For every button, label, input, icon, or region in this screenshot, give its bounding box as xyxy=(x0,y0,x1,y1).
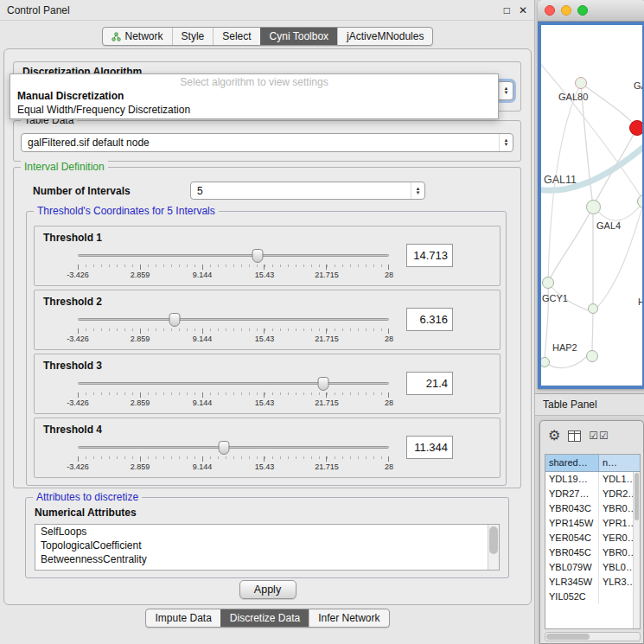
list-item-topologicalcoefficient[interactable]: TopologicalCoefficient xyxy=(35,539,499,552)
threshold-4-slider[interactable] xyxy=(78,441,389,455)
slider-track[interactable] xyxy=(78,254,389,257)
table-row[interactable]: YBR045CYBR0… xyxy=(545,545,640,560)
threshold-2-slider[interactable] xyxy=(78,313,389,327)
tab-impute-data[interactable]: Impute Data xyxy=(146,609,220,627)
slider-track[interactable] xyxy=(78,382,389,385)
cell-shared-name[interactable]: YDR27… xyxy=(545,487,599,501)
select-columns-icon[interactable]: ☑☑ xyxy=(589,430,609,442)
slider-thumb[interactable] xyxy=(169,313,180,327)
tab-network[interactable]: Network xyxy=(103,28,172,45)
network-node-gcy1[interactable] xyxy=(542,277,554,289)
tab-impute-data-label: Impute Data xyxy=(155,612,211,624)
number-of-intervals-label: Number of Intervals xyxy=(33,185,131,197)
threshold-3-value-field[interactable]: 21.4 xyxy=(406,372,453,395)
number-of-intervals-combobox[interactable]: 5 ▲▼ xyxy=(190,182,425,200)
close-panel-icon[interactable]: ✕ xyxy=(519,4,527,16)
slider-track[interactable] xyxy=(78,446,389,449)
network-node-label: GCY1 xyxy=(542,293,568,303)
tab-discretize-data-label: Discretize Data xyxy=(230,612,300,624)
network-node-gal4[interactable] xyxy=(586,200,601,214)
cell-shared-name[interactable]: YLR345W xyxy=(545,575,599,590)
network-canvas[interactable]: GAL80 GA GAL11 GAL4 GCY1 H HAP2 xyxy=(541,25,642,386)
minimize-traffic-light-icon[interactable] xyxy=(561,5,571,16)
cell-shared-name[interactable]: YBL079W xyxy=(545,560,599,575)
table-row[interactable]: YDL19…YDL1… xyxy=(545,472,640,487)
slider-thumb[interactable] xyxy=(252,249,263,263)
scale-tick-label: 15.43 xyxy=(255,271,275,279)
attributes-group-title: Attributes to discretize xyxy=(33,491,142,503)
combo-stepper-icon: ▲▼ xyxy=(499,134,513,151)
network-node-gal80[interactable] xyxy=(575,77,587,89)
cell-shared-name[interactable]: YIL052C xyxy=(545,590,599,604)
network-node-highlighted[interactable] xyxy=(629,120,642,136)
threshold-3-panel: Threshold 3 -3.426 2.859 9.144 15.43 21.… xyxy=(34,354,501,414)
cell-shared-name[interactable]: YBR043C xyxy=(545,501,599,516)
table-row[interactable]: YBR043CYBR0… xyxy=(545,501,640,516)
table-row[interactable]: YBL079WYBL0… xyxy=(545,560,640,575)
attributes-listbox[interactable]: SelfLoops TopologicalCoefficient Between… xyxy=(35,524,500,571)
list-item-selfloops[interactable]: SelfLoops xyxy=(35,525,499,539)
tab-cyni-toolbox[interactable]: Cyni Toolbox xyxy=(260,28,337,45)
table-header-row: shared… n… xyxy=(545,455,640,472)
table-row[interactable]: YER054CYER0… xyxy=(545,531,640,545)
slider-scale: -3.426 2.859 9.144 15.43 21.715 28 xyxy=(78,462,389,471)
cell-shared-name[interactable]: YER054C xyxy=(545,531,599,545)
float-window-icon[interactable]: □ xyxy=(504,4,510,16)
list-scrollbar[interactable] xyxy=(488,525,499,570)
zoom-traffic-light-icon[interactable] xyxy=(577,5,588,16)
control-panel-window: Control Panel □ ✕ Network Sty xyxy=(0,0,535,644)
table-row[interactable]: YDR27…YDR2… xyxy=(545,487,640,501)
apply-button[interactable]: Apply xyxy=(239,580,296,599)
top-tab-group: Network Style Select Cyni Toolbox jActiv… xyxy=(102,27,434,46)
table-panel-header: Table Panel xyxy=(535,393,644,416)
list-item-betweennesscentrality[interactable]: BetweennessCentrality xyxy=(35,552,499,566)
app-root: Control Panel □ ✕ Network Sty xyxy=(0,0,644,644)
scrollbar-thumb[interactable] xyxy=(489,526,498,554)
slider-thumb[interactable] xyxy=(318,377,329,391)
cell-shared-name[interactable]: YBR045C xyxy=(545,545,599,560)
scale-tick-label: -3.426 xyxy=(67,462,89,471)
table-row[interactable]: YPR145WYPR1… xyxy=(545,516,640,531)
cell-shared-name[interactable]: YPR145W xyxy=(545,516,599,531)
threshold-2-value-field[interactable]: 6.316 xyxy=(406,308,453,331)
network-node[interactable] xyxy=(588,303,598,314)
column-header-name[interactable]: n… xyxy=(599,455,640,471)
tab-select[interactable]: Select xyxy=(213,28,259,45)
cell-shared-name[interactable]: YDL19… xyxy=(545,472,599,487)
table-row[interactable]: YIL052C xyxy=(545,590,640,604)
threshold-1-value-field[interactable]: 14.713 xyxy=(406,244,453,267)
table-row[interactable]: YLR345WYLR3… xyxy=(545,575,640,590)
columns-icon[interactable] xyxy=(568,430,581,442)
scale-tick-label: 9.144 xyxy=(193,462,213,471)
threshold-label: Threshold 3 xyxy=(43,360,102,372)
scale-tick-label: 15.43 xyxy=(255,335,275,343)
table-vertical-scrollbar[interactable] xyxy=(633,472,640,628)
tab-discretize-data[interactable]: Discretize Data xyxy=(220,609,309,627)
network-node[interactable] xyxy=(586,350,598,362)
threshold-4-value-field[interactable]: 11.344 xyxy=(406,436,453,459)
threshold-4-panel: Threshold 4 -3.426 2.859 9.144 15.43 21.… xyxy=(34,418,501,478)
slider-track[interactable] xyxy=(78,318,389,321)
table-toolbar: ⚙ ☑☑ xyxy=(540,421,643,450)
close-traffic-light-icon[interactable] xyxy=(545,5,555,16)
threshold-1-slider[interactable] xyxy=(78,249,389,263)
gear-icon[interactable]: ⚙ xyxy=(548,429,560,443)
dropdown-option-manual-discretization[interactable]: Manual Discretization xyxy=(10,89,498,103)
table-data-combobox[interactable]: galFiltered.sif default node ▲▼ xyxy=(21,133,513,152)
threshold-3-slider[interactable] xyxy=(78,377,389,391)
tab-cyni-toolbox-label: Cyni Toolbox xyxy=(270,30,328,42)
column-header-shared-name[interactable]: shared… xyxy=(545,455,599,471)
table-horizontal-scrollbar[interactable] xyxy=(545,632,641,641)
scrollbar-thumb[interactable] xyxy=(546,634,590,640)
bottom-tab-group: Impute Data Discretize Data Infer Networ… xyxy=(145,609,389,628)
tab-style[interactable]: Style xyxy=(172,28,214,45)
scale-tick-label: -3.426 xyxy=(67,271,89,279)
tab-jactivemodules[interactable]: jActiveMNodules xyxy=(337,28,432,45)
tab-infer-network[interactable]: Infer Network xyxy=(309,609,388,627)
scrollbar-thumb[interactable] xyxy=(634,473,639,520)
slider-thumb[interactable] xyxy=(219,441,230,455)
right-dock: GAL80 GA GAL11 GAL4 GCY1 H HAP2 xyxy=(535,0,644,644)
network-node-label: GAL80 xyxy=(558,92,588,102)
scale-tick-label: 9.144 xyxy=(193,271,213,279)
dropdown-option-equal-width[interactable]: Equal Width/Frequency Discretization xyxy=(10,103,498,117)
